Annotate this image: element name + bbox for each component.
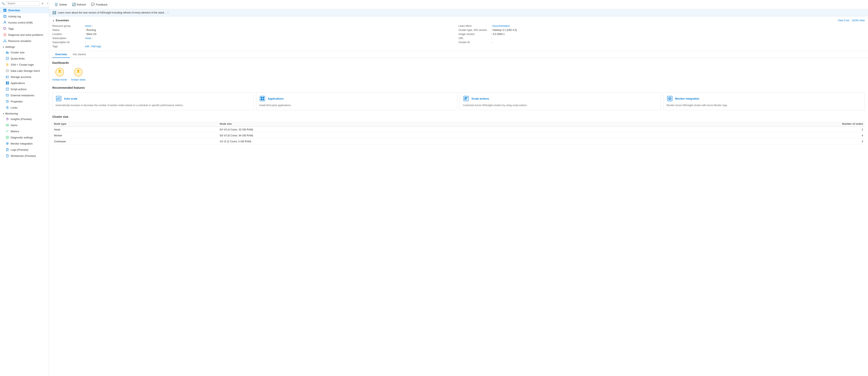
monitoring-section-header[interactable]: ▼ Monitoring	[0, 111, 49, 116]
delete-button[interactable]: 🗑️ Delete	[52, 2, 69, 7]
add-tags-link[interactable]: Add tags	[91, 45, 101, 48]
dashboard-item-ambari-views[interactable]: Ambari views	[71, 67, 85, 81]
essentials-key: Status	[52, 29, 85, 31]
sidebar-item-activity-log[interactable]: Activity log	[0, 13, 49, 20]
sidebar-item-properties[interactable]: Properties	[0, 98, 49, 105]
sidebar-item-locks[interactable]: Locks	[0, 105, 49, 111]
sidebar-item-external-metastores[interactable]: External metastores	[0, 92, 49, 98]
sidebar-item-label: Data Lake Storage Gen1	[11, 69, 40, 73]
close-search-button[interactable]: ✕	[41, 2, 44, 5]
svg-rect-68	[260, 96, 265, 101]
essentials-key: Resource group	[52, 25, 85, 27]
ambari-home-icon	[55, 67, 65, 77]
feedback-label: Feedback	[96, 3, 107, 6]
workbooks-icon	[6, 154, 9, 157]
sidebar-item-diagnostic[interactable]: Diagnostic settings	[0, 134, 49, 141]
svg-rect-69	[261, 97, 262, 98]
svg-point-38	[6, 100, 8, 103]
sidebar-item-quota-limits[interactable]: Quota limits	[0, 55, 49, 61]
dashboard-label: Ambari home	[52, 78, 67, 81]
collapse-sidebar-button[interactable]: 《	[45, 1, 49, 6]
sidebar-item-storage-accounts[interactable]: Storage accounts	[0, 74, 49, 80]
tab-get-started[interactable]: Get started	[70, 51, 89, 58]
sidebar-item-logs-preview[interactable]: Logs (Preview)	[0, 147, 49, 153]
move-link[interactable]: move	[85, 25, 91, 27]
essentials-section: ▲ Essentials View Cost JSON View Resourc…	[49, 17, 868, 51]
sidebar-item-script-actions[interactable]: Script actions	[0, 86, 49, 92]
feature-title: Script actions	[471, 97, 489, 100]
content-area: ℹ️ Learn more about the new version of H…	[49, 9, 868, 376]
svg-point-14	[3, 41, 4, 42]
content-body: Dashboards Ambari home	[49, 58, 868, 148]
feature-card-auto-scale[interactable]: Auto scale Automatically increase or dec…	[52, 92, 254, 110]
metrics-icon	[6, 129, 9, 133]
node-size-head: E4 V3 (4 Cores, 32 GB RAM)	[218, 127, 607, 133]
search-icon: 🔍	[2, 2, 5, 5]
sidebar-item-data-lake[interactable]: Data Lake Storage Gen1	[0, 68, 49, 74]
view-cost-link[interactable]: View Cost	[838, 19, 849, 22]
node-size-zookeeper: A2 v2 (2 Cores, 4 GB RAM)	[218, 139, 607, 145]
recommended-features: Recommended features	[52, 86, 865, 110]
refresh-icon: 🔄	[72, 3, 76, 6]
data-lake-icon	[6, 69, 9, 73]
sidebar-item-resource-visualizer[interactable]: Resource visualizer	[0, 38, 49, 44]
sidebar-item-label: Storage accounts	[11, 76, 31, 79]
delete-icon: 🗑️	[54, 3, 58, 6]
sidebar-item-cluster-size[interactable]: Cluster size	[0, 49, 49, 55]
essentials-val: : West US	[85, 33, 459, 35]
sidebar-item-label: Access control (IAM)	[8, 21, 33, 24]
dashboard-item-ambari-home[interactable]: Ambari home	[52, 67, 67, 81]
sidebar-item-access-control[interactable]: Access control (IAM)	[0, 20, 49, 26]
svg-rect-3	[5, 10, 6, 12]
ssh-icon	[6, 63, 9, 66]
info-banner-text: Learn more about the new version of HDIn…	[58, 11, 165, 14]
overview-icon	[3, 8, 6, 12]
feature-card-script-actions[interactable]: Script actions Customize Azure HDInsight…	[460, 92, 661, 110]
essentials-val: move :	[85, 25, 459, 27]
sidebar-item-diagnose[interactable]: Diagnose and solve problems	[0, 32, 49, 38]
sidebar-item-applications[interactable]: Applications	[0, 80, 49, 86]
svg-point-15	[5, 41, 6, 42]
sidebar-item-ssh[interactable]: SSH + Cluster login	[0, 61, 49, 68]
tab-overview[interactable]: Overview	[52, 51, 70, 58]
svg-point-9	[4, 28, 5, 28]
sidebar-item-alerts[interactable]: Alerts	[0, 122, 49, 128]
sub-move-link[interactable]: move	[85, 37, 91, 40]
essentials-header: ▲ Essentials View Cost JSON View	[52, 19, 865, 22]
sidebar-item-insights[interactable]: Insights (Preview)	[0, 116, 49, 122]
sidebar-item-monitor-integration[interactable]: Monitor integration	[0, 141, 49, 147]
search-input[interactable]	[6, 1, 40, 6]
essentials-title: ▲ Essentials	[52, 19, 69, 22]
cluster-size-title: Cluster size	[52, 115, 865, 118]
edit-tags-link[interactable]: edit	[85, 45, 89, 48]
refresh-button[interactable]: 🔄 Refresh	[70, 2, 88, 7]
sidebar-item-label: Alerts	[11, 124, 18, 127]
tags-icon	[3, 27, 6, 30]
feature-card-applications[interactable]: Applications Install third party applica…	[256, 92, 457, 110]
activity-log-icon	[3, 15, 6, 18]
node-size-worker: E8 V3 (8 Cores, 64 GB RAM)	[218, 133, 607, 139]
sidebar-item-overview[interactable]: Overview	[0, 7, 49, 13]
monitor-icon	[6, 142, 9, 145]
svg-rect-33	[7, 83, 9, 84]
col-num-nodes: Number of nodes	[607, 121, 865, 127]
svg-point-50	[7, 143, 8, 144]
sidebar-item-metrics[interactable]: Metrics	[0, 128, 49, 134]
feedback-button[interactable]: 💬 Feedback	[89, 2, 110, 7]
feedback-icon: 💬	[91, 3, 95, 6]
info-banner-link[interactable]: →	[166, 11, 169, 14]
documentation-link[interactable]: Documentation	[493, 25, 510, 27]
essentials-left: Resource group move : Status : Running L…	[52, 24, 459, 49]
sidebar-item-label: Tags	[8, 27, 14, 30]
sidebar-item-workbooks[interactable]: Workbooks (Preview)	[0, 153, 49, 159]
table-row: Head E4 V3 (4 Cores, 32 GB RAM) 2	[52, 127, 865, 133]
sidebar-item-label: Monitor integration	[11, 142, 33, 145]
feature-card-monitor-integration[interactable]: Monitor integration Monitor Azure HDInsi…	[663, 92, 865, 110]
settings-section-header[interactable]: ▼ Settings	[0, 44, 49, 49]
sidebar-item-label: Locks	[11, 106, 18, 109]
diagnostic-icon	[6, 136, 9, 139]
json-view-link[interactable]: JSON View	[851, 19, 865, 22]
svg-rect-34	[6, 88, 8, 90]
sidebar-item-tags[interactable]: Tags	[0, 26, 49, 32]
dashboards-title: Dashboards	[52, 61, 865, 64]
